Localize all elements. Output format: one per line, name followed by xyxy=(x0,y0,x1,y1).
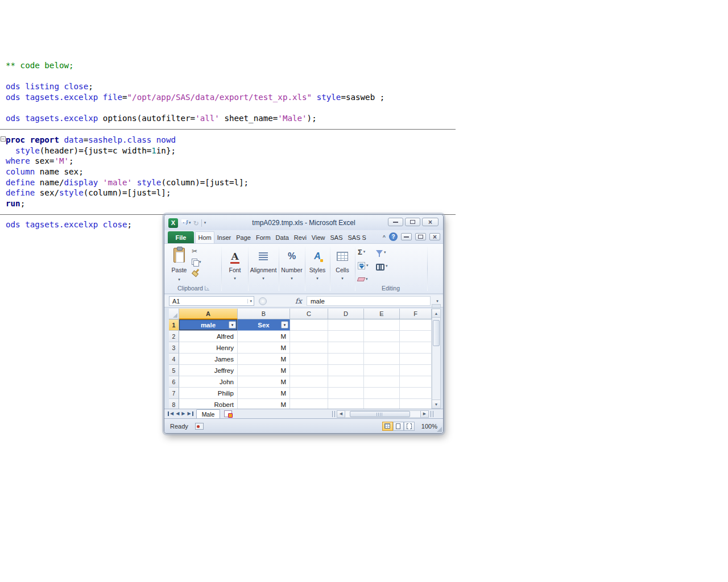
empty-cell[interactable] xyxy=(290,342,328,354)
empty-cell[interactable] xyxy=(400,319,432,331)
ribbon-tab-hom[interactable]: Hom xyxy=(195,231,214,243)
scroll-right-icon[interactable] xyxy=(420,410,429,418)
view-normal-button[interactable] xyxy=(382,422,393,431)
column-header-f[interactable]: F xyxy=(400,309,432,319)
name-box[interactable]: A1 xyxy=(169,296,254,306)
sex-cell[interactable]: M xyxy=(238,331,290,342)
name-cell[interactable]: Henry xyxy=(179,342,238,354)
insert-worksheet-icon[interactable] xyxy=(224,410,232,417)
tab-split-handle[interactable] xyxy=(332,411,335,417)
workbook-close-button[interactable] xyxy=(429,233,440,240)
empty-cell[interactable] xyxy=(328,399,364,409)
empty-cell[interactable] xyxy=(290,376,328,388)
view-page-layout-button[interactable] xyxy=(393,422,404,431)
column-header-e[interactable]: E xyxy=(364,309,400,319)
empty-cell[interactable] xyxy=(290,331,328,342)
insert-function-button[interactable] xyxy=(259,297,267,305)
empty-cell[interactable] xyxy=(364,388,400,399)
row-header-4[interactable]: 4 xyxy=(169,354,179,365)
empty-cell[interactable] xyxy=(364,399,400,409)
empty-cell[interactable] xyxy=(290,388,328,399)
name-cell[interactable]: James xyxy=(179,354,238,365)
empty-cell[interactable] xyxy=(364,342,400,354)
empty-cell[interactable] xyxy=(290,319,328,331)
first-sheet-icon[interactable] xyxy=(168,411,175,416)
sex-cell[interactable]: M xyxy=(238,365,290,376)
empty-cell[interactable] xyxy=(328,376,364,388)
empty-cell[interactable] xyxy=(364,331,400,342)
ribbon-tab-data[interactable]: Data xyxy=(273,231,291,243)
format-painter-button[interactable] xyxy=(192,269,199,276)
empty-cell[interactable] xyxy=(364,319,400,331)
excel-titlebar[interactable]: tmpA029.tmp.xls - Microsoft Excel xyxy=(164,215,443,230)
alignment-button[interactable]: Alignment xyxy=(249,247,278,283)
horizontal-scrollbar-thumb[interactable] xyxy=(350,411,410,417)
sex-cell[interactable]: M xyxy=(238,342,290,354)
ribbon-tab-sas[interactable]: SAS xyxy=(328,231,345,243)
ribbon-tab-file[interactable]: File xyxy=(168,231,194,243)
ribbon-tab-inser[interactable]: Inser xyxy=(214,231,233,243)
macro-record-icon[interactable] xyxy=(195,423,204,430)
resize-grip-icon[interactable] xyxy=(437,427,442,432)
empty-cell[interactable] xyxy=(328,331,364,342)
cut-button[interactable] xyxy=(192,247,197,255)
empty-cell[interactable] xyxy=(400,331,432,342)
empty-cell[interactable] xyxy=(290,399,328,409)
minimize-button[interactable] xyxy=(388,218,403,226)
collapse-ribbon-icon[interactable] xyxy=(383,234,386,240)
empty-cell[interactable] xyxy=(328,388,364,399)
row-header-7[interactable]: 7 xyxy=(169,388,179,399)
empty-cell[interactable] xyxy=(400,342,432,354)
column-header-c[interactable]: C xyxy=(290,309,328,319)
empty-cell[interactable] xyxy=(400,365,432,376)
horizontal-scrollbar[interactable] xyxy=(345,410,420,418)
scrollbar-resize-handle[interactable] xyxy=(431,411,433,417)
empty-cell[interactable] xyxy=(328,354,364,365)
row-header-1[interactable]: 1 xyxy=(169,319,179,331)
scroll-up-icon[interactable] xyxy=(432,309,440,318)
code-fold-toggle-icon[interactable] xyxy=(1,136,6,142)
column-header-a[interactable]: A xyxy=(179,309,238,319)
empty-cell[interactable] xyxy=(400,354,432,365)
next-sheet-icon[interactable] xyxy=(180,411,186,416)
ribbon-tab-page[interactable]: Page xyxy=(234,231,254,243)
sex-cell[interactable]: M xyxy=(238,388,290,399)
ribbon-tab-revi[interactable]: Revi xyxy=(291,231,309,243)
header-cell-male[interactable]: male xyxy=(179,319,238,331)
sort-filter-button[interactable] xyxy=(376,248,386,257)
name-cell[interactable]: Robert xyxy=(179,399,238,409)
empty-cell[interactable] xyxy=(400,388,432,399)
empty-cell[interactable] xyxy=(364,354,400,365)
empty-cell[interactable] xyxy=(400,376,432,388)
autofilter-dropdown-icon[interactable] xyxy=(229,321,236,329)
zoom-level[interactable]: 100% xyxy=(421,423,437,430)
maximize-button[interactable] xyxy=(405,218,420,226)
formula-input[interactable]: male xyxy=(307,296,431,306)
row-header-6[interactable]: 6 xyxy=(169,376,179,388)
scroll-down-icon[interactable] xyxy=(432,400,440,408)
vertical-scrollbar-thumb[interactable] xyxy=(433,320,440,346)
cells-button[interactable]: Cells xyxy=(330,247,354,283)
empty-cell[interactable] xyxy=(364,376,400,388)
styles-button[interactable]: Styles xyxy=(305,247,329,283)
autosum-button[interactable] xyxy=(358,247,365,256)
column-header-d[interactable]: D xyxy=(328,309,364,319)
sex-cell[interactable]: M xyxy=(238,376,290,388)
row-header-2[interactable]: 2 xyxy=(169,331,179,342)
row-header-3[interactable]: 3 xyxy=(169,342,179,354)
empty-cell[interactable] xyxy=(290,354,328,365)
autofilter-dropdown-icon[interactable] xyxy=(281,321,288,329)
sas-code-editor[interactable]: ** code below; ods listing close;ods tag… xyxy=(6,60,384,230)
find-select-button[interactable] xyxy=(376,261,388,271)
fx-label[interactable]: fx xyxy=(295,297,302,305)
workbook-restore-button[interactable] xyxy=(415,233,426,240)
close-button[interactable] xyxy=(422,218,439,226)
column-header-b[interactable]: B xyxy=(238,309,290,319)
last-sheet-icon[interactable] xyxy=(186,411,193,416)
sex-cell[interactable]: M xyxy=(238,354,290,365)
header-cell-sex[interactable]: Sex xyxy=(238,319,290,331)
name-cell[interactable]: Jeffrey xyxy=(179,365,238,376)
empty-cell[interactable] xyxy=(400,399,432,409)
number-button[interactable]: Number xyxy=(279,247,304,283)
sheet-tab-male[interactable]: Male xyxy=(196,409,221,418)
